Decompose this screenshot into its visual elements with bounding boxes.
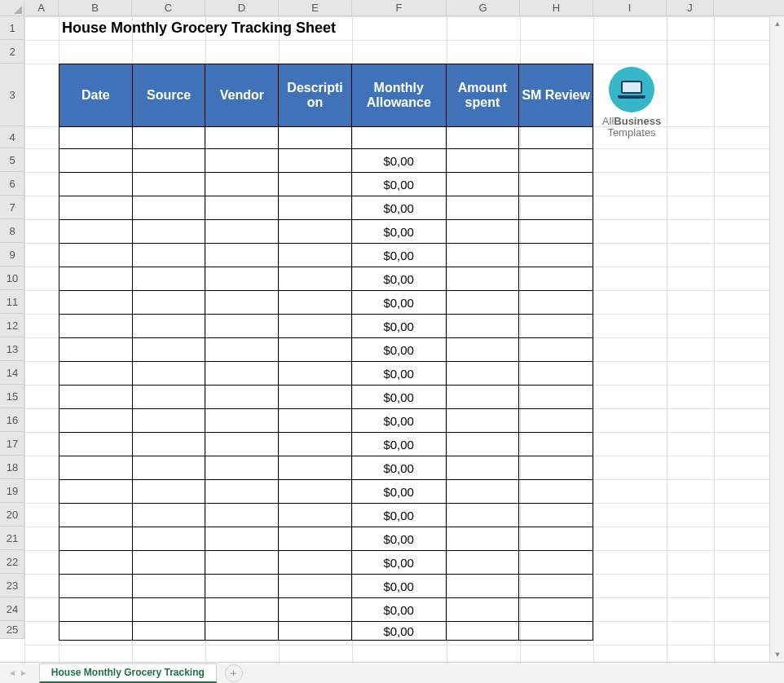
table-cell[interactable] [59, 575, 133, 598]
table-cell[interactable] [352, 127, 447, 149]
table-cell[interactable] [279, 127, 352, 149]
table-row[interactable]: $0,00 [59, 291, 592, 315]
table-cell[interactable]: $0,00 [352, 173, 447, 196]
scroll-up-icon[interactable]: ▲ [770, 16, 784, 31]
table-cell[interactable] [133, 291, 206, 315]
table-cell[interactable] [447, 386, 520, 409]
table-row[interactable]: $0,00 [59, 551, 592, 575]
table-cell[interactable] [59, 598, 133, 622]
table-cell[interactable] [447, 267, 520, 291]
table-cell[interactable] [59, 527, 133, 551]
row-header-9[interactable]: 9 [0, 243, 24, 267]
table-row[interactable]: $0,00 [59, 456, 592, 480]
table-cell[interactable]: $0,00 [352, 551, 447, 575]
vertical-scrollbar[interactable]: ▲ ▼ [769, 16, 784, 662]
table-cell[interactable] [133, 433, 206, 456]
table-row[interactable]: $0,00 [59, 149, 592, 173]
table-cell[interactable]: $0,00 [352, 575, 447, 598]
table-cell[interactable] [205, 220, 279, 244]
table-cell[interactable] [205, 575, 279, 598]
table-cell[interactable]: $0,00 [352, 456, 447, 480]
table-cell[interactable] [59, 386, 133, 409]
row-header-13[interactable]: 13 [0, 337, 24, 361]
row-header-18[interactable]: 18 [0, 456, 24, 479]
table-cell[interactable] [133, 315, 206, 338]
col-header-F[interactable]: F [352, 0, 447, 16]
table-cell[interactable] [279, 362, 352, 386]
table-row[interactable]: $0,00 [59, 504, 592, 527]
table-cell[interactable] [205, 551, 279, 575]
row-header-17[interactable]: 17 [0, 432, 24, 456]
table-cell[interactable] [133, 244, 206, 267]
row-header-21[interactable]: 21 [0, 527, 24, 550]
col-header-J[interactable]: J [667, 0, 714, 16]
table-cell[interactable] [133, 196, 206, 220]
table-row[interactable]: $0,00 [59, 220, 592, 244]
cell-grid[interactable]: House Monthly Grocery Tracking Sheet Dat… [24, 16, 784, 662]
table-cell[interactable]: $0,00 [352, 149, 447, 173]
row-header-22[interactable]: 22 [0, 550, 24, 574]
table-cell[interactable] [519, 244, 592, 267]
table-cell[interactable] [205, 338, 279, 362]
table-cell[interactable] [59, 149, 133, 173]
table-cell[interactable] [205, 196, 279, 220]
table-cell[interactable] [133, 527, 206, 551]
table-cell[interactable] [519, 196, 592, 220]
table-cell[interactable] [133, 267, 206, 291]
table-cell[interactable] [59, 338, 133, 362]
table-cell[interactable] [279, 173, 352, 196]
table-cell[interactable] [205, 315, 279, 338]
table-cell[interactable]: $0,00 [352, 409, 447, 433]
table-cell[interactable] [205, 409, 279, 433]
row-header-11[interactable]: 11 [0, 290, 24, 314]
table-cell[interactable] [133, 386, 206, 409]
table-cell[interactable] [205, 244, 279, 267]
table-cell[interactable] [205, 291, 279, 315]
table-cell[interactable] [447, 575, 520, 598]
table-cell[interactable] [133, 551, 206, 575]
table-cell[interactable] [447, 504, 520, 527]
table-cell[interactable] [205, 504, 279, 527]
table-cell[interactable] [519, 386, 592, 409]
table-cell[interactable] [133, 173, 206, 196]
col-header-B[interactable]: B [59, 0, 132, 16]
table-row[interactable]: $0,00 [59, 338, 592, 362]
table-cell[interactable] [519, 575, 592, 598]
table-cell[interactable] [133, 149, 206, 173]
table-cell[interactable] [519, 220, 592, 244]
col-header-H[interactable]: H [520, 0, 593, 16]
table-row[interactable]: $0,00 [59, 196, 592, 220]
table-cell[interactable] [279, 433, 352, 456]
table-cell[interactable]: $0,00 [352, 598, 447, 622]
table-cell[interactable] [447, 598, 520, 622]
table-cell[interactable] [279, 409, 352, 433]
sheet-tab-active[interactable]: House Monthly Grocery Tracking [39, 663, 217, 683]
table-cell[interactable]: $0,00 [352, 244, 447, 267]
table-row[interactable]: $0,00 [59, 480, 592, 504]
row-header-12[interactable]: 12 [0, 314, 24, 337]
table-cell[interactable] [519, 127, 592, 149]
row-header-16[interactable]: 16 [0, 408, 24, 432]
table-row[interactable]: $0,00 [59, 267, 592, 291]
scroll-down-icon[interactable]: ▼ [770, 647, 784, 662]
table-cell[interactable] [519, 622, 592, 640]
table-cell[interactable] [133, 362, 206, 386]
table-cell[interactable] [519, 362, 592, 386]
table-cell[interactable] [519, 267, 592, 291]
table-cell[interactable] [59, 504, 133, 527]
table-cell[interactable] [279, 551, 352, 575]
table-cell[interactable]: $0,00 [352, 362, 447, 386]
table-cell[interactable]: $0,00 [352, 504, 447, 527]
table-cell[interactable] [205, 362, 279, 386]
table-cell[interactable] [59, 456, 133, 480]
table-cell[interactable] [205, 598, 279, 622]
col-header-E[interactable]: E [279, 0, 352, 16]
table-cell[interactable] [205, 267, 279, 291]
table-cell[interactable] [519, 551, 592, 575]
row-header-19[interactable]: 19 [0, 479, 24, 503]
table-cell[interactable] [59, 196, 133, 220]
row-header-15[interactable]: 15 [0, 385, 24, 408]
row-header-10[interactable]: 10 [0, 267, 24, 290]
table-cell[interactable] [279, 504, 352, 527]
row-header-20[interactable]: 20 [0, 503, 24, 527]
